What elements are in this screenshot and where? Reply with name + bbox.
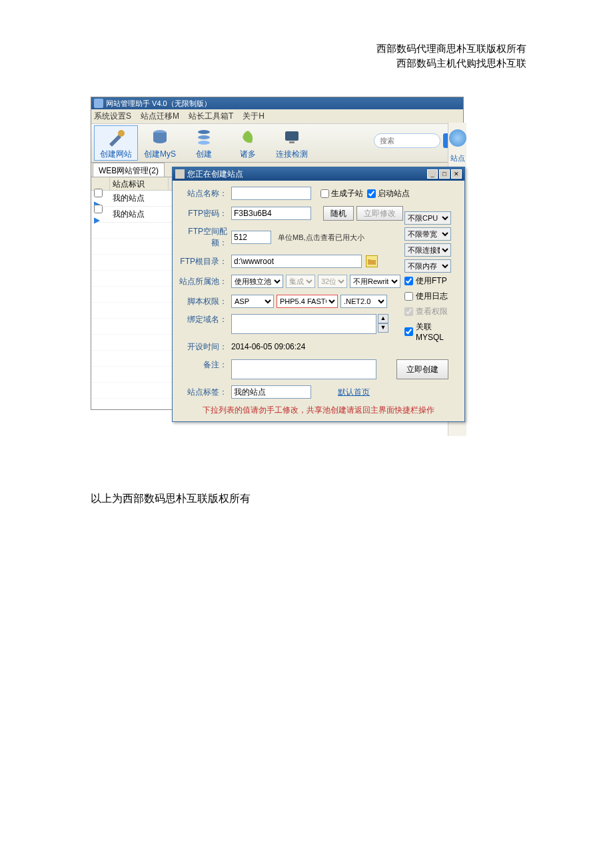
link-mysql-checkbox[interactable] (404, 327, 413, 336)
pool-bit-select: 32位 (318, 275, 347, 288)
random-button[interactable]: 随机 (323, 206, 354, 221)
dialog-titlebar: 您正在创建站点 _ □ ✕ (173, 167, 464, 181)
link-mysql-label: 关联MYSQL (416, 321, 456, 342)
use-log-label: 使用日志 (416, 291, 448, 302)
net-select[interactable]: .NET2.0 (340, 295, 387, 308)
menu-tools[interactable]: 站长工具箱T (189, 111, 233, 122)
tab-web-management[interactable]: WEB网站管理(2) (93, 163, 165, 177)
leaf-icon (226, 126, 270, 149)
toolbar-item-5[interactable]: 连接检测 (270, 126, 314, 160)
memory-limit-select[interactable]: 不限内存 (404, 259, 451, 273)
toolbar-item-4[interactable]: 诸多 (226, 126, 270, 160)
menu-migrate[interactable]: 站点迁移M (141, 111, 179, 122)
search-input[interactable] (374, 133, 440, 148)
svg-rect-6 (289, 141, 295, 143)
row-site-label: 我的站点 (110, 209, 169, 220)
toolbar-item-3[interactable]: 创建 (182, 126, 226, 160)
create-now-button[interactable]: 立即创建 (396, 359, 448, 379)
site-tag-input[interactable] (231, 385, 311, 399)
toolbar: 创建网站 创建MyS 创建 诸多 连接检测 (91, 124, 463, 163)
wrench-icon (95, 126, 137, 149)
site-name-input[interactable] (231, 187, 311, 200)
svg-point-3 (198, 135, 210, 139)
start-site-label: 启动站点 (378, 188, 410, 199)
connection-limit-select[interactable]: 不限连接数 (404, 243, 451, 257)
menubar: 系统设置S 站点迁移M 站长工具箱T 关于H (91, 109, 463, 124)
dialog-icon (175, 169, 185, 179)
quota-unit-text: 单位MB,点击查看已用大小 (278, 233, 364, 243)
create-mysql-button[interactable]: 创建MyS (138, 126, 182, 160)
maximize-button[interactable]: □ (439, 169, 450, 179)
svg-point-2 (198, 130, 210, 134)
svg-rect-5 (285, 131, 299, 141)
page-header-text: 西部数码代理商思朴互联版权所有 西部数码主机代购找思朴互联 (376, 41, 526, 71)
view-perm-label: 查看权限 (416, 306, 448, 317)
label-script: 脚本权限： (179, 296, 231, 307)
open-time-text: 2014-06-05 09:06:24 (231, 342, 305, 351)
label-ftp-pwd: FTP密码： (179, 208, 231, 219)
remark-textarea[interactable] (231, 359, 376, 379)
svg-point-0 (118, 130, 125, 137)
view-perm-checkbox (404, 307, 413, 316)
pool-select[interactable]: 使用独立池 (231, 275, 283, 288)
browse-folder-button[interactable] (366, 255, 378, 267)
grid-col-siteid: 站点标识 (110, 177, 169, 190)
create-site-button[interactable]: 创建网站 (94, 125, 138, 161)
gen-substation-checkbox[interactable] (320, 189, 329, 198)
footer-text: 以上为西部数码思朴互联版权所有 (91, 492, 251, 506)
menu-system[interactable]: 系统设置S (94, 111, 131, 122)
ftp-root-input[interactable] (231, 255, 362, 268)
far-label: 站点 (448, 153, 466, 163)
label-ftp-root: FTP根目录： (179, 256, 231, 267)
svg-point-4 (198, 141, 210, 145)
php-select[interactable]: PHP5.4 FASTCGI (277, 295, 338, 308)
app-icon (94, 99, 103, 108)
scroll-down-button[interactable]: ▼ (378, 323, 388, 333)
domain-textarea[interactable] (231, 314, 376, 334)
gen-substation-label: 生成子站 (331, 188, 363, 199)
app-titlebar: 网站管理助手 V4.0（无限制版） (91, 97, 463, 109)
ftp-password-input[interactable] (231, 207, 311, 220)
cpu-limit-select[interactable]: 不限CPU (404, 211, 451, 225)
app-title: 网站管理助手 V4.0（无限制版） (106, 97, 211, 109)
database-icon (138, 126, 182, 149)
pool-mode-select: 集成 (286, 275, 315, 288)
default-page-link[interactable]: 默认首页 (338, 387, 370, 398)
minimize-button[interactable]: _ (427, 169, 438, 179)
monitor-icon (270, 126, 314, 149)
menu-about[interactable]: 关于H (243, 111, 265, 122)
ftp-quota-input[interactable] (231, 231, 271, 244)
label-open-time: 开设时间： (179, 341, 231, 353)
dialog-note: 下拉列表的值请勿手工修改，共享池创建请返回主界面快捷栏操作 (179, 405, 458, 416)
apply-modify-button[interactable]: 立即修改 (356, 206, 403, 221)
play-icon: ▶ (94, 215, 100, 225)
bandwidth-limit-select[interactable]: 不限带宽 (404, 227, 451, 241)
row-checkbox[interactable] (94, 189, 103, 197)
label-tag: 站点标签： (179, 387, 231, 398)
use-ftp-checkbox[interactable] (404, 277, 413, 285)
use-ftp-label: 使用FTP (416, 275, 447, 287)
label-remark: 备注： (179, 359, 231, 371)
scroll-up-button[interactable]: ▲ (378, 314, 388, 323)
asp-select[interactable]: ASP (231, 295, 274, 308)
use-log-checkbox[interactable] (404, 292, 413, 301)
rewrite-select[interactable]: 不用Rewrite (350, 275, 400, 288)
dialog-right-panel: 不限CPU 不限带宽 不限连接数 不限内存 使用FTP 使用日志 查看权限 关联… (404, 211, 456, 346)
row-site-label: 我的站点 (110, 193, 169, 204)
close-button[interactable]: ✕ (451, 169, 462, 179)
label-domain: 绑定域名： (179, 314, 231, 325)
db-stack-icon (182, 126, 226, 149)
folder-icon (368, 258, 376, 265)
start-site-checkbox[interactable] (367, 189, 376, 198)
label-ftp-quota: FTP空间配额： (179, 226, 231, 249)
label-pool: 站点所属池： (179, 276, 231, 287)
globe-icon (449, 129, 466, 147)
dialog-title-text: 您正在创建站点 (187, 169, 243, 180)
label-site-name: 站点名称： (179, 188, 231, 199)
row-checkbox[interactable] (94, 205, 103, 213)
